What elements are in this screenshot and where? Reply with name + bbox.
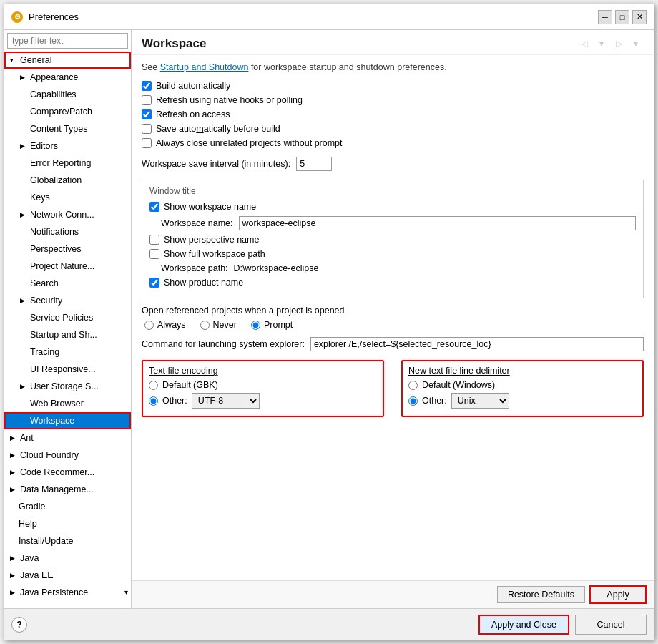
tree-item-perspectives[interactable]: Perspectives [4, 240, 131, 258]
save-interval-row: Workspace save interval (in minutes): [142, 157, 644, 171]
checkbox-show-workspace-name: Show workspace name [149, 202, 636, 212]
maximize-button[interactable]: □ [615, 10, 629, 24]
tree-label-ui-responsive: UI Responsive... [30, 362, 96, 376]
show-workspace-name-checkbox[interactable] [149, 202, 159, 212]
refresh-native-checkbox[interactable] [142, 95, 152, 105]
always-radio[interactable] [144, 321, 154, 330]
tree-label-service-policies: Service Policies [30, 311, 93, 325]
close-unrelated-label: Always close unrelated projects without … [156, 138, 343, 148]
back-button[interactable]: ◁ [576, 36, 592, 52]
command-input[interactable] [310, 337, 644, 351]
tree-item-appearance[interactable]: ▶ Appearance [4, 69, 131, 86]
encoding-select[interactable]: UTF-8 GBK ISO-8859-1 UTF-16 [192, 393, 260, 409]
close-unrelated-checkbox[interactable] [142, 138, 152, 148]
tree-label-web-browser: Web Browser [30, 396, 84, 411]
apply-close-button[interactable]: Apply and Close [478, 615, 569, 635]
tree-item-error-reporting[interactable]: Error Reporting [4, 155, 131, 172]
prompt-radio[interactable] [251, 321, 260, 330]
expand-arrow-security: ▶ [20, 296, 29, 306]
expand-arrow-user-storage: ▶ [20, 381, 29, 391]
expand-arrow-editors: ▶ [20, 141, 29, 151]
nav-buttons: ◁ ▾ ▷ ▾ [576, 36, 644, 52]
tree-item-network-conn[interactable]: ▶ Network Conn... [4, 206, 131, 223]
show-full-path-checkbox[interactable] [149, 249, 159, 259]
apply-button[interactable]: Apply [589, 585, 647, 604]
show-full-path-label: Show full workspace path [164, 249, 265, 259]
tree-item-user-storage[interactable]: ▶ User Storage S... [4, 378, 131, 395]
tree-item-startup[interactable]: Startup and Sh... [4, 326, 131, 343]
delimiter-select[interactable]: Unix Windows Mac [451, 393, 509, 409]
startup-shutdown-link[interactable]: Startup and Shutdown [160, 62, 249, 72]
title-bar-left: ⚙ Preferences [11, 11, 79, 23]
tree-item-notifications[interactable]: Notifications [4, 223, 131, 240]
tree-label-java-ee: Java EE [20, 568, 54, 582]
open-referenced-label: Open referenced projects when a project … [142, 306, 644, 316]
tree-item-search[interactable]: Search [4, 275, 131, 292]
tree-item-content-types[interactable]: Content Types [4, 120, 131, 137]
minimize-button[interactable]: ─ [598, 10, 612, 24]
tree-item-web-browser[interactable]: Web Browser [4, 395, 131, 412]
tree-item-security[interactable]: ▶ Security [4, 292, 131, 309]
tree-item-ant[interactable]: ▶ Ant [4, 429, 131, 447]
encoding-default-row: Default (GBK) [149, 380, 377, 390]
tree-item-java-ee[interactable]: ▶ Java EE [4, 567, 131, 584]
tree-label-user-storage: User Storage S... [30, 379, 99, 394]
title-bar: ⚙ Preferences ─ □ ✕ [4, 4, 654, 30]
forward-dropdown-button[interactable]: ▾ [628, 36, 644, 52]
tree-item-globalization[interactable]: Globalization [4, 172, 131, 189]
never-radio[interactable] [200, 321, 210, 330]
filter-input[interactable] [7, 33, 128, 49]
workspace-name-input[interactable] [239, 216, 636, 230]
dialog-bottom: ? Apply and Close Cancel [4, 608, 654, 640]
forward-button[interactable]: ▷ [611, 36, 627, 52]
refresh-native-label: Refresh using native hooks or polling [156, 95, 303, 105]
build-auto-checkbox[interactable] [142, 81, 152, 91]
refresh-access-checkbox[interactable] [142, 109, 152, 119]
tree-label-gradle: Gradle [19, 499, 46, 514]
tree-item-gradle[interactable]: Gradle [4, 498, 131, 515]
show-perspective-name-checkbox[interactable] [149, 235, 159, 245]
tree-item-compare[interactable]: Compare/Patch [4, 103, 131, 120]
command-label: Command for launching system explorer: [142, 339, 305, 349]
help-button[interactable]: ? [11, 617, 27, 633]
encoding-other-radio[interactable] [149, 396, 158, 406]
tree-item-service-policies[interactable]: Service Policies [4, 309, 131, 326]
tree-item-install-update[interactable]: Install/Update [4, 532, 131, 550]
encoding-default-label: Default (GBK) [162, 380, 218, 390]
expand-arrow-general: ▾ [10, 55, 19, 65]
tree-item-cloud-foundry[interactable]: ▶ Cloud Foundry [4, 447, 131, 464]
tree-label-install-update: Install/Update [19, 534, 73, 548]
tree-item-capabilities[interactable]: Capabilities [4, 86, 131, 103]
window-title-section: Window title Show workspace name Workspa… [142, 180, 644, 298]
line-delimiter-title: New text file line delimiter [408, 366, 637, 376]
tree-item-help[interactable]: Help [4, 515, 131, 532]
tree-item-java[interactable]: ▶ Java [4, 550, 131, 567]
tree-item-data-management[interactable]: ▶ Data Manageme... [4, 481, 131, 498]
tree-item-tracing[interactable]: Tracing [4, 343, 131, 361]
right-bottom: Restore Defaults Apply [132, 580, 654, 608]
back-dropdown-button[interactable]: ▾ [594, 36, 609, 52]
close-button[interactable]: ✕ [632, 10, 647, 24]
tree-item-workspace[interactable]: Workspace [4, 412, 131, 429]
tree-item-general[interactable]: ▾ General [4, 52, 131, 69]
radio-options: Always Never Prompt [144, 320, 644, 330]
save-auto-checkbox[interactable] [142, 124, 152, 134]
show-product-name-label: Show product name [164, 278, 243, 288]
delimiter-other-radio[interactable] [408, 396, 418, 406]
cancel-button[interactable]: Cancel [575, 615, 647, 635]
tree-item-code-recommender[interactable]: ▶ Code Recommer... [4, 464, 131, 481]
delimiter-default-radio[interactable] [408, 381, 418, 390]
tree-item-java-persistence[interactable]: ▶ Java Persistence ▾ [4, 584, 131, 601]
workspace-path-label: Workspace path: [161, 263, 228, 273]
tree-label-network-conn: Network Conn... [30, 208, 94, 222]
encoding-default-radio[interactable] [149, 381, 158, 390]
show-product-name-checkbox[interactable] [149, 278, 159, 288]
tree-item-editors[interactable]: ▶ Editors [4, 137, 131, 155]
tree-item-keys[interactable]: Keys [4, 189, 131, 206]
tree-label-java: Java [20, 551, 39, 565]
restore-defaults-button[interactable]: Restore Defaults [497, 586, 585, 603]
save-interval-input[interactable] [296, 157, 332, 171]
tree-label-notifications: Notifications [30, 225, 79, 239]
tree-item-project-nature[interactable]: Project Nature... [4, 258, 131, 275]
tree-item-ui-responsive[interactable]: UI Responsive... [4, 361, 131, 378]
